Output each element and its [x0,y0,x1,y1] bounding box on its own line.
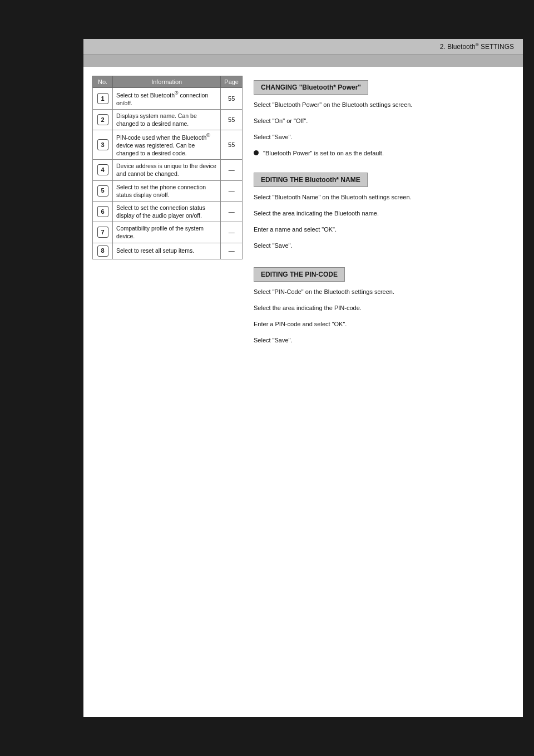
row-page-cell: — [221,160,243,180]
row-number-badge: 7 [97,227,108,238]
row-number-badge: 4 [97,164,108,175]
section2-para1: Select "Bluetooth Name" on the Bluetooth… [254,193,514,202]
table-header-info: Information [113,76,221,88]
content-area: 2. Bluetooth® SETTINGS No. Information P… [83,39,523,717]
section2-title: EDITING THE Bluetooth* NAME [254,173,368,187]
row-info-cell: Select to set the phone connection statu… [113,180,221,201]
row-page-cell: — [221,222,243,243]
row-number-cell: 3 [93,130,113,160]
row-number-badge: 8 [97,246,108,257]
section2-para3: Enter a name and select "OK". [254,225,514,234]
header-bar: 2. Bluetooth® SETTINGS [83,39,523,55]
row-page-cell: — [221,201,243,222]
section-editing-pin-code: EDITING THE PIN-CODE Select "PIN-Code" o… [254,267,514,352]
row-number-cell: 6 [93,201,113,222]
row-info-cell: Device address is unique to the device a… [113,160,221,180]
table-row: 7 Compatibility profile of the system de… [93,222,243,243]
row-info-cell: Compatibility profile of the system devi… [113,222,221,243]
section3-para4: Select "Save". [254,336,514,345]
row-number-badge: 5 [97,185,108,197]
row-page-cell: — [221,180,243,201]
section2-para2: Select the area indicating the Bluetooth… [254,209,514,218]
table-row: 5 Select to set the phone connection sta… [93,180,243,201]
page-border-right [523,39,534,717]
row-number-cell: 8 [93,243,113,259]
row-number-badge: 1 [97,93,108,104]
row-number-badge: 6 [97,206,108,217]
row-number-badge: 2 [97,114,108,125]
page-border-top [0,0,534,39]
table-row: 1 Select to set Bluetooth® connection on… [93,88,243,110]
section-changing-bluetooth-power: CHANGING "Bluetooth* Power" Select "Blue… [254,80,514,163]
page-border-left [0,39,83,717]
right-column: CHANGING "Bluetooth* Power" Select "Blue… [254,76,514,717]
page-border-bottom [0,717,534,756]
section1-para2: Select "On" or "Off". [254,116,514,126]
table-row: 2 Displays system name. Can be changed t… [93,109,243,130]
row-info-cell: Select to set Bluetooth® connection on/o… [113,88,221,110]
row-number-badge: 3 [97,139,108,150]
row-info-cell: PIN-code used when the Bluetooth® device… [113,130,221,160]
section1-title: CHANGING "Bluetooth* Power" [254,80,368,95]
table-row: 8 Select to reset all setup items. — [93,243,243,259]
section1-para3: Select "Save". [254,132,514,142]
row-number-cell: 7 [93,222,113,243]
row-number-cell: 4 [93,160,113,180]
section1-note-text: "Bluetooth Power" is set to on as the de… [263,149,384,158]
table-row: 3 PIN-code used when the Bluetooth® devi… [93,130,243,160]
section3-para1: Select "PIN-Code" on the Bluetooth setti… [254,287,514,297]
row-info-cell: Displays system name. Can be changed to … [113,109,221,130]
row-page-cell: 55 [221,88,243,110]
section3-para3: Enter a PIN-code and select "OK". [254,320,514,329]
table-row: 6 Select to set the connection status di… [93,201,243,222]
row-number-cell: 5 [93,180,113,201]
row-info-cell: Select to set the connection status disp… [113,201,221,222]
row-page-cell: 55 [221,130,243,160]
row-page-cell: 55 [221,109,243,130]
header-title: 2. Bluetooth® SETTINGS [440,42,514,51]
section2-para4: Select "Save". [254,241,514,251]
bullet-icon [254,150,259,155]
sub-header-bar [83,55,523,67]
table-header-page: Page [221,76,243,88]
table-header-no: No. [93,76,113,88]
main-content: No. Information Page 1 Select to set Blu… [83,76,523,717]
section3-title: EDITING THE PIN-CODE [254,267,345,282]
row-info-cell: Select to reset all setup items. [113,243,221,259]
section3-para2: Select the area indicating the PIN-code. [254,303,514,313]
section1-note: "Bluetooth Power" is set to on as the de… [254,149,514,158]
section1-para1: Select "Bluetooth Power" on the Bluetoot… [254,100,514,110]
section-editing-bluetooth-name: EDITING THE Bluetooth* NAME Select "Blue… [254,173,514,257]
table-row: 4 Device address is unique to the device… [93,160,243,180]
row-page-cell: — [221,243,243,259]
info-table: No. Information Page 1 Select to set Blu… [92,76,243,259]
row-number-cell: 1 [93,88,113,110]
left-column: No. Information Page 1 Select to set Blu… [92,76,243,717]
row-number-cell: 2 [93,109,113,130]
